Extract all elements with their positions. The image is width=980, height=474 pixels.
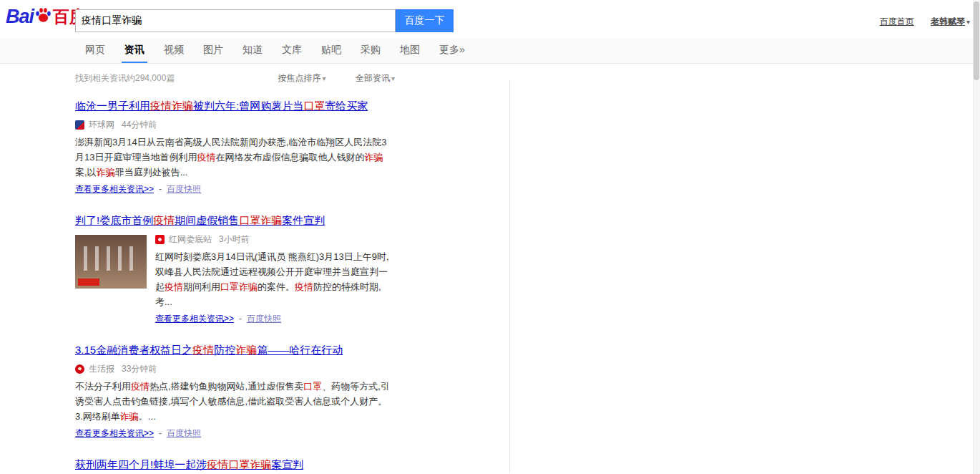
logo-text-bai: Bai (6, 6, 34, 28)
scrollbar[interactable] (973, 0, 980, 474)
more-related-link[interactable]: 查看更多相关资讯>> (75, 428, 154, 438)
result-title-link[interactable]: 临沧一男子利用疫情诈骗被判六年:曾网购薯片当口罩寄给买家 (75, 100, 368, 112)
results-list: 临沧一男子利用疫情诈骗被判六年:曾网购薯片当口罩寄给买家 环球网 44分钟前 澎… (75, 99, 395, 474)
highlight-keyword: 口罩 (303, 100, 325, 112)
result-snippet: 不法分子利用疫情热点,搭建钓鱼购物网站,通过虚假售卖口罩、药物等方式,引诱受害人… (75, 379, 395, 424)
header: Bai 百度 百度一下 百度首页 老韩赋琴▾ (0, 0, 980, 39)
result-snippet: 红网时刻娄底3月14日讯(通讯员 熊燕红)3月13日上午9时,双峰县人民法院通过… (155, 249, 395, 309)
search-result: 获刑两年四个月!蚌埠一起涉疫情口罩诈骗案宣判 凤凰安徽站 1小时前 获刑两年四个… (75, 458, 395, 474)
baidu-cache-link[interactable]: 百度快照 (167, 428, 201, 438)
result-source-row: 红网娄底站 3小时前 (155, 233, 395, 246)
search-result: 临沧一男子利用疫情诈骗被判六年:曾网购薯片当口罩寄给买家 环球网 44分钟前 澎… (75, 99, 395, 195)
result-title-link[interactable]: 获刑两年四个月!蚌埠一起涉疫情口罩诈骗案宣判 (75, 458, 303, 470)
result-source-row: 环球网 44分钟前 (75, 119, 395, 131)
vertical-nav: 网页 资讯 视频 图片 知道 文库 贴吧 采购 地图 更多» (0, 39, 980, 64)
baidu-cache-link[interactable]: 百度快照 (167, 184, 201, 194)
publish-time: 3小时前 (219, 233, 250, 246)
highlight-keyword: 疫情 (295, 281, 313, 292)
result-footer-links: 查看更多相关资讯>>-百度快照 (155, 313, 395, 325)
result-count: 找到相关资讯约294,000篇 (75, 72, 175, 84)
chevron-down-icon: ▾ (966, 18, 970, 26)
highlight-keyword: 诈骗 (235, 344, 257, 356)
source-name: 生活报 (89, 363, 114, 375)
all-news-dropdown[interactable]: 全部资讯▾ (356, 73, 395, 83)
highlight-keyword: 诈骗 (120, 411, 139, 422)
top-right-links: 百度首页 老韩赋琴▾ (866, 16, 970, 28)
source-favicon-icon (75, 364, 84, 374)
source-favicon-icon (155, 235, 165, 244)
result-footer-links: 查看更多相关资讯>>-百度快照 (75, 183, 395, 195)
baidu-home-link[interactable]: 百度首页 (880, 16, 914, 26)
tab-news[interactable]: 资讯 (122, 39, 147, 63)
search-result: 判了!娄底市首例疫情期间虚假销售口罩诈骗案件宣判 红网娄底站 3小时前 红网时刻… (75, 213, 395, 325)
result-thumbnail[interactable] (75, 235, 147, 289)
link-separator: - (159, 428, 162, 438)
link-separator: - (239, 314, 242, 324)
chevron-down-icon: ▾ (391, 74, 395, 82)
tab-more[interactable]: 更多» (436, 39, 468, 63)
highlight-keyword: 疫情 (131, 381, 150, 392)
filter-label: 全部资讯 (356, 73, 390, 83)
search-input[interactable] (75, 9, 396, 32)
paw-icon (34, 6, 52, 24)
result-title-link[interactable]: 3.15金融消费者权益日之疫情防控诈骗篇——哈行在行动 (75, 344, 343, 356)
highlight-keyword: 疫情 (192, 344, 214, 356)
publish-time: 33分钟前 (122, 363, 157, 375)
tab-map[interactable]: 地图 (397, 39, 423, 63)
scrollbar-thumb[interactable] (974, 1, 979, 80)
highlight-keyword: 疫情 (197, 152, 215, 163)
search-button[interactable]: 百度一下 (396, 9, 454, 32)
user-menu[interactable]: 老韩赋琴▾ (931, 16, 970, 26)
search-result: 3.15金融消费者权益日之疫情防控诈骗篇——哈行在行动 生活报 33分钟前 不法… (75, 343, 395, 440)
publish-time: 44分钟前 (122, 119, 157, 131)
source-name: 环球网 (89, 119, 114, 131)
highlight-keyword: 口罩诈骗 (239, 214, 282, 226)
highlight-keyword: 诈骗 (364, 152, 383, 163)
tab-image[interactable]: 图片 (200, 39, 226, 63)
results-toolbar: 找到相关资讯约294,000篇 按焦点排序▾ 全部资讯▾ (75, 72, 395, 84)
source-favicon-icon (75, 120, 84, 130)
result-snippet: 澎湃新闻3月14日从云南省高级人民法院新闻办获悉,临沧市临翔区人民法院3月13日… (75, 135, 395, 180)
more-related-link[interactable]: 查看更多相关资讯>> (155, 314, 234, 324)
result-title-link[interactable]: 判了!娄底市首例疫情期间虚假销售口罩诈骗案件宣判 (75, 214, 325, 226)
tab-video[interactable]: 视频 (161, 39, 187, 63)
sort-by-focus-dropdown[interactable]: 按焦点排序▾ (278, 73, 326, 83)
result-footer-links: 查看更多相关资讯>>-百度快照 (75, 427, 395, 440)
source-name: 红网娄底站 (169, 233, 212, 246)
filter-label: 按焦点排序 (278, 73, 321, 83)
baidu-cache-link[interactable]: 百度快照 (247, 314, 281, 324)
username: 老韩赋琴 (931, 16, 965, 26)
highlight-keyword: 疫情 (153, 214, 175, 226)
tab-tieba[interactable]: 贴吧 (318, 39, 344, 63)
chevron-down-icon: ▾ (323, 74, 326, 82)
highlight-keyword: 诈骗 (97, 167, 115, 178)
highlight-keyword: 口罩 (303, 381, 322, 392)
tab-webpage[interactable]: 网页 (82, 39, 108, 63)
content-right-divider (509, 80, 510, 473)
link-separator: - (159, 184, 162, 194)
more-related-link[interactable]: 查看更多相关资讯>> (75, 184, 154, 194)
highlight-keyword: 疫情诈骗 (150, 100, 193, 112)
result-filters: 按焦点排序▾ 全部资讯▾ (251, 72, 395, 84)
baidu-logo[interactable]: Bai 百度 (6, 6, 86, 28)
result-source-row: 生活报 33分钟前 (75, 363, 395, 375)
tab-wenku[interactable]: 文库 (279, 39, 305, 63)
highlight-keyword: 口罩诈骗 (220, 281, 258, 292)
highlight-keyword: 疫情 (165, 281, 183, 292)
thumbnail-caption-badge (78, 279, 99, 286)
highlight-keyword: 疫情口罩诈骗 (207, 458, 271, 470)
tab-caigou[interactable]: 采购 (358, 39, 383, 63)
tab-zhidao[interactable]: 知道 (240, 39, 265, 63)
